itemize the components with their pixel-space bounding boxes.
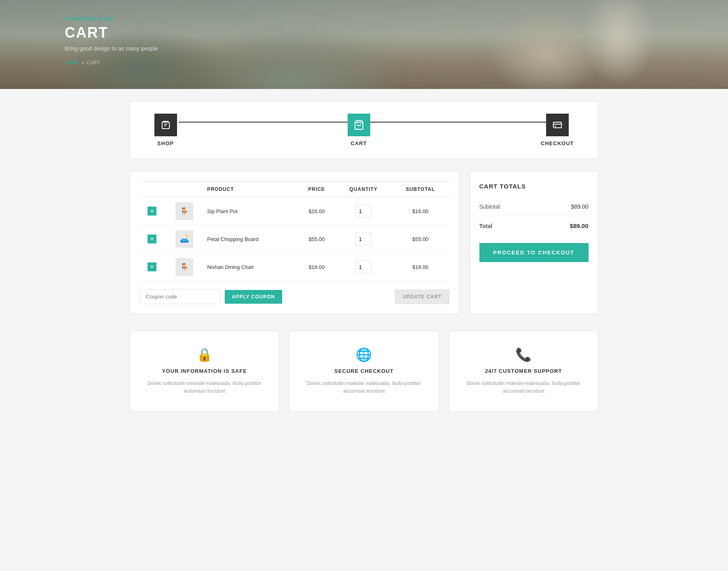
info-card: 🔒 YOUR INFORMATION IS SAFE Donec sollici… (130, 330, 280, 412)
info-card-desc: Donec sollicitudin molestie malesuada. N… (142, 380, 267, 395)
info-card-desc: Donec sollicitudin molestie malesuada. N… (302, 380, 426, 395)
info-card-icon: 📞 (515, 347, 532, 362)
remove-item-button[interactable]: ✕ (148, 235, 156, 243)
subtotal-row: Subtotal $89.00 (479, 198, 589, 216)
update-cart-button[interactable]: UPDATE CART (395, 290, 449, 304)
hero-title: CART (65, 24, 158, 41)
info-card: 🌐 SECURE CHECKOUT Donec sollicitudin mol… (289, 330, 439, 412)
product-name: Nishan Dining Chair (204, 253, 298, 281)
product-name: Petal Chopping Board (204, 225, 298, 253)
step-cart: CART (348, 114, 370, 146)
step-shop: SHOP (154, 114, 177, 146)
col-subtotal: SUBTOTAL (391, 182, 449, 197)
info-cards: 🔒 YOUR INFORMATION IS SAFE Donec sollici… (130, 330, 599, 412)
subtotal-value: $89.00 (571, 203, 589, 210)
product-subtotal: $55.00 (391, 225, 449, 253)
remove-item-button[interactable]: ✕ (148, 207, 156, 216)
col-remove (140, 182, 165, 197)
info-card-title: YOUR INFORMATION IS SAFE (162, 368, 247, 374)
coupon-input[interactable] (140, 289, 221, 304)
cart-table: PRODUCT PRICE QUANTITY SUBTOTAL ✕ 🪑 Sip … (140, 181, 449, 281)
col-image (165, 182, 204, 197)
total-row: Total $89.00 (479, 216, 589, 235)
breadcrumb-separator: » (82, 60, 84, 66)
checkout-step-icon (546, 114, 569, 136)
proceed-to-checkout-button[interactable]: PROCEED TO CHECKOUT (479, 243, 589, 262)
col-price: PRICE (298, 182, 336, 197)
product-thumbnail: 🪑 (175, 258, 193, 276)
info-card-icon: 🔒 (196, 347, 213, 362)
cart-totals-title: CART TOTALS (479, 183, 589, 190)
product-thumbnail: 🛋️ (175, 230, 193, 248)
table-row: ✕ 🪑 Nishan Dining Chair $18.00 $18.00 (140, 253, 449, 281)
info-card-title: 24/7 CUSTOMER SUPPORT (485, 368, 562, 374)
col-product: PRODUCT (204, 182, 298, 197)
table-row: ✕ 🪑 Sip Plant Pot $16.00 $16.00 (140, 197, 449, 225)
step-checkout: CHECKOUT (541, 114, 574, 146)
total-value: $89.00 (570, 222, 589, 229)
cart-step-icon (348, 114, 370, 136)
svg-rect-5 (553, 122, 561, 128)
step-checkout-label: CHECKOUT (541, 140, 574, 146)
cart-table-box: PRODUCT PRICE QUANTITY SUBTOTAL ✕ 🪑 Sip … (130, 171, 460, 314)
quantity-input[interactable] (355, 205, 371, 218)
apply-coupon-button[interactable]: APPLY COUPON (225, 290, 283, 304)
breadcrumb: HOME » CART (65, 60, 158, 66)
product-subtotal: $16.00 (391, 197, 449, 225)
product-price: $18.00 (298, 253, 336, 281)
hero-subtitle: Bring good design to as many people (65, 45, 158, 52)
product-subtotal: $18.00 (391, 253, 449, 281)
breadcrumb-current: CART (87, 60, 100, 66)
total-label: Total (479, 223, 492, 229)
step-shop-label: SHOP (157, 140, 174, 146)
svg-rect-3 (164, 125, 166, 126)
product-name: Sip Plant Pot (204, 197, 298, 225)
cart-section: PRODUCT PRICE QUANTITY SUBTOTAL ✕ 🪑 Sip … (130, 171, 599, 314)
quantity-input[interactable] (355, 260, 371, 273)
product-price: $55.00 (298, 225, 336, 253)
col-quantity: QUANTITY (336, 182, 391, 197)
info-card-title: SECURE CHECKOUT (334, 368, 393, 374)
product-thumbnail: 🪑 (175, 202, 193, 220)
cart-totals-box: CART TOTALS Subtotal $89.00 Total $89.00… (469, 171, 599, 314)
hero-section: FURNITURE SHOP CART Bring good design to… (0, 0, 728, 89)
info-card: 📞 24/7 CUSTOMER SUPPORT Donec sollicitud… (449, 330, 599, 412)
svg-rect-2 (164, 124, 167, 125)
remove-item-button[interactable]: ✕ (148, 262, 156, 271)
breadcrumb-home[interactable]: HOME (65, 60, 79, 66)
quantity-input[interactable] (355, 233, 371, 245)
info-card-desc: Donec sollicitudin molestie malesuada. N… (461, 380, 586, 395)
svg-rect-7 (555, 126, 556, 127)
table-row: ✕ 🛋️ Petal Chopping Board $55.00 $55.00 (140, 225, 449, 253)
shop-step-icon (154, 114, 177, 136)
info-card-icon: 🌐 (356, 347, 372, 362)
subtotal-label: Subtotal (479, 203, 500, 210)
main-container: SHOP CART CHECKOUT (122, 89, 607, 424)
hero-shop-label: FURNITURE SHOP (65, 16, 158, 22)
product-price: $16.00 (298, 197, 336, 225)
steps-progress: SHOP CART CHECKOUT (130, 101, 599, 159)
hero-content: FURNITURE SHOP CART Bring good design to… (65, 16, 158, 66)
coupon-row: APPLY COUPON UPDATE CART (140, 289, 449, 304)
step-cart-label: CART (351, 140, 367, 146)
